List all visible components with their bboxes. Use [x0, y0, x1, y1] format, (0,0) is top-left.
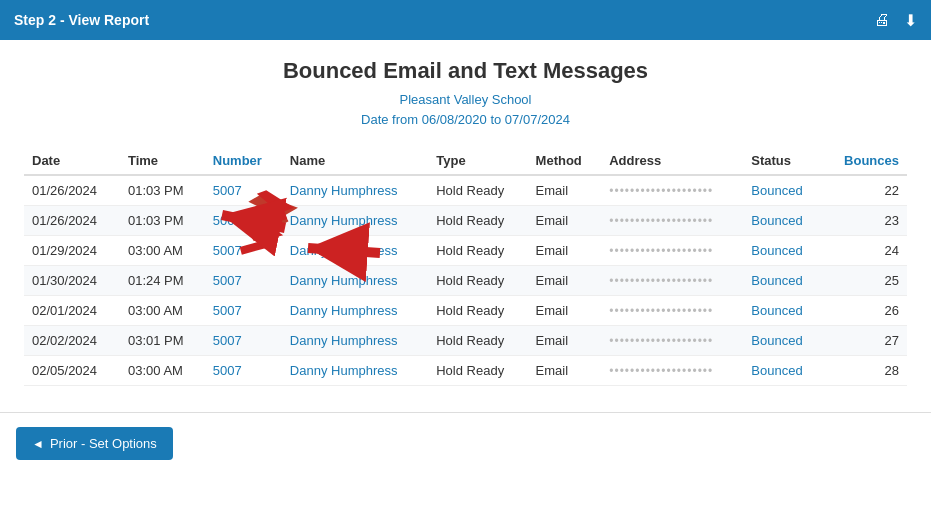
- cell-name[interactable]: Danny Humphress: [282, 175, 428, 206]
- cell-status[interactable]: Bounced: [743, 356, 823, 386]
- cell-bounces: 26: [823, 296, 907, 326]
- table-row: 02/01/202403:00 AM5007Danny HumphressHol…: [24, 296, 907, 326]
- cell-date: 02/02/2024: [24, 326, 120, 356]
- cell-name[interactable]: Danny Humphress: [282, 266, 428, 296]
- table-row: 01/26/202401:03 PM5007Danny HumphressHol…: [24, 206, 907, 236]
- download-icon[interactable]: ⬇: [904, 11, 917, 30]
- col-header-time: Time: [120, 147, 205, 175]
- main-content: Bounced Email and Text Messages Pleasant…: [0, 40, 931, 402]
- cell-number[interactable]: 5007: [205, 296, 282, 326]
- table-row: 02/05/202403:00 AM5007Danny HumphressHol…: [24, 356, 907, 386]
- header-actions: 🖨 ⬇: [874, 11, 917, 30]
- cell-address: ••••••••••••••••••••: [601, 266, 743, 296]
- table-row: 01/29/202403:00 AM5007Danny HumphressHol…: [24, 236, 907, 266]
- col-header-address: Address: [601, 147, 743, 175]
- cell-date: 01/29/2024: [24, 236, 120, 266]
- table-row: 02/02/202403:01 PM5007Danny HumphressHol…: [24, 326, 907, 356]
- cell-name[interactable]: Danny Humphress: [282, 326, 428, 356]
- cell-bounces: 28: [823, 356, 907, 386]
- table-row: 01/30/202401:24 PM5007Danny HumphressHol…: [24, 266, 907, 296]
- cell-method: Email: [528, 266, 602, 296]
- cell-type: Hold Ready: [428, 175, 527, 206]
- table-body: 01/26/202401:03 PM5007Danny HumphressHol…: [24, 175, 907, 386]
- cell-method: Email: [528, 236, 602, 266]
- cell-time: 03:01 PM: [120, 326, 205, 356]
- cell-date: 01/30/2024: [24, 266, 120, 296]
- cell-method: Email: [528, 206, 602, 236]
- cell-status[interactable]: Bounced: [743, 296, 823, 326]
- cell-name[interactable]: Danny Humphress: [282, 356, 428, 386]
- cell-number[interactable]: 5007: [205, 266, 282, 296]
- cell-status[interactable]: Bounced: [743, 326, 823, 356]
- cell-name[interactable]: Danny Humphress: [282, 206, 428, 236]
- cell-status[interactable]: Bounced: [743, 266, 823, 296]
- col-header-bounces: Bounces: [823, 147, 907, 175]
- cell-time: 01:24 PM: [120, 266, 205, 296]
- cell-number[interactable]: 5007: [205, 326, 282, 356]
- cell-date: 02/01/2024: [24, 296, 120, 326]
- cell-address: ••••••••••••••••••••: [601, 236, 743, 266]
- cell-bounces: 23: [823, 206, 907, 236]
- cell-time: 03:00 AM: [120, 356, 205, 386]
- cell-address: ••••••••••••••••••••: [601, 326, 743, 356]
- cell-time: 01:03 PM: [120, 175, 205, 206]
- cell-number[interactable]: 5007: [205, 206, 282, 236]
- cell-status[interactable]: Bounced: [743, 206, 823, 236]
- cell-type: Hold Ready: [428, 206, 527, 236]
- cell-bounces: 25: [823, 266, 907, 296]
- cell-method: Email: [528, 296, 602, 326]
- data-table: Date Time Number Name Type Method Addres…: [24, 147, 907, 386]
- cell-address: ••••••••••••••••••••: [601, 175, 743, 206]
- prior-button-label: Prior - Set Options: [50, 436, 157, 451]
- cell-number[interactable]: 5007: [205, 175, 282, 206]
- date-range: Date from 06/08/2020 to 07/07/2024: [24, 110, 907, 130]
- header: Step 2 - View Report 🖨 ⬇: [0, 0, 931, 40]
- cell-method: Email: [528, 326, 602, 356]
- cell-bounces: 24: [823, 236, 907, 266]
- cell-time: 03:00 AM: [120, 296, 205, 326]
- cell-number[interactable]: 5007: [205, 356, 282, 386]
- cell-status[interactable]: Bounced: [743, 175, 823, 206]
- cell-type: Hold Ready: [428, 266, 527, 296]
- header-title: Step 2 - View Report: [14, 12, 149, 28]
- cell-type: Hold Ready: [428, 326, 527, 356]
- print-icon[interactable]: 🖨: [874, 11, 890, 29]
- footer: ◄ Prior - Set Options: [0, 412, 931, 474]
- cell-method: Email: [528, 356, 602, 386]
- table-row: 01/26/202401:03 PM5007Danny HumphressHol…: [24, 175, 907, 206]
- col-header-status: Status: [743, 147, 823, 175]
- report-subtitle: Pleasant Valley School Date from 06/08/2…: [24, 90, 907, 129]
- cell-name[interactable]: Danny Humphress: [282, 296, 428, 326]
- cell-type: Hold Ready: [428, 236, 527, 266]
- cell-type: Hold Ready: [428, 356, 527, 386]
- school-name: Pleasant Valley School: [24, 90, 907, 110]
- col-header-type: Type: [428, 147, 527, 175]
- col-header-name: Name: [282, 147, 428, 175]
- cell-type: Hold Ready: [428, 296, 527, 326]
- cell-time: 01:03 PM: [120, 206, 205, 236]
- cell-date: 02/05/2024: [24, 356, 120, 386]
- cell-bounces: 22: [823, 175, 907, 206]
- table-wrapper: Date Time Number Name Type Method Addres…: [24, 147, 907, 386]
- arrow-left-icon: ◄: [32, 437, 44, 451]
- cell-date: 01/26/2024: [24, 175, 120, 206]
- col-header-number: Number: [205, 147, 282, 175]
- cell-time: 03:00 AM: [120, 236, 205, 266]
- cell-bounces: 27: [823, 326, 907, 356]
- cell-address: ••••••••••••••••••••: [601, 206, 743, 236]
- cell-status[interactable]: Bounced: [743, 236, 823, 266]
- cell-name[interactable]: Danny Humphress: [282, 236, 428, 266]
- cell-number[interactable]: 5007: [205, 236, 282, 266]
- report-title: Bounced Email and Text Messages: [24, 58, 907, 84]
- cell-method: Email: [528, 175, 602, 206]
- prior-set-options-button[interactable]: ◄ Prior - Set Options: [16, 427, 173, 460]
- col-header-method: Method: [528, 147, 602, 175]
- cell-address: ••••••••••••••••••••: [601, 296, 743, 326]
- col-header-date: Date: [24, 147, 120, 175]
- cell-address: ••••••••••••••••••••: [601, 356, 743, 386]
- cell-date: 01/26/2024: [24, 206, 120, 236]
- table-header-row: Date Time Number Name Type Method Addres…: [24, 147, 907, 175]
